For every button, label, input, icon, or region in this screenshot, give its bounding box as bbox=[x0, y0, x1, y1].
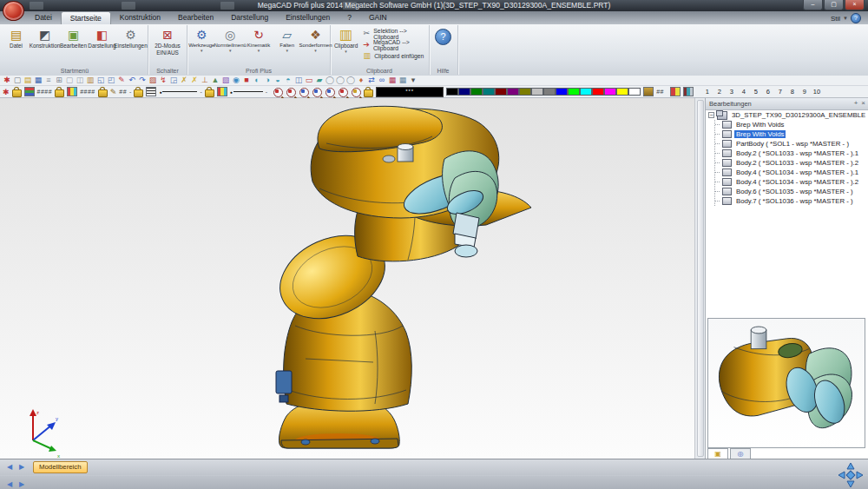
swatch-green[interactable] bbox=[470, 88, 483, 96]
fire-icon[interactable]: ♦ bbox=[356, 76, 366, 85]
linewidth-selector[interactable]: ● bbox=[230, 89, 263, 95]
layer-button[interactable]: 6 bbox=[762, 88, 774, 96]
tree-item[interactable]: PartBody ( *SOL1 - wsp *MASTER - ) bbox=[715, 139, 868, 149]
help-icon[interactable]: ? bbox=[851, 13, 861, 23]
tree-item[interactable]: Body.4 ( *SOL1034 - wsp *MASTER - ).1 bbox=[715, 168, 868, 177]
next-arrow-icon[interactable]: ▶ bbox=[19, 480, 24, 488]
minimize-button[interactable]: – bbox=[803, 0, 823, 10]
shade-mode-icon[interactable]: ◐ bbox=[252, 76, 262, 85]
eraser-icon[interactable]: ▭ bbox=[304, 76, 314, 85]
ball-view3-icon[interactable]: ◯ bbox=[345, 76, 356, 85]
close-button[interactable]: × bbox=[845, 0, 865, 10]
pin-icon[interactable]: + bbox=[854, 98, 858, 109]
library-icon[interactable]: ▥ bbox=[85, 76, 95, 85]
tree-item[interactable]: Brep With Voids bbox=[715, 129, 868, 139]
figure-icon[interactable]: ▲ bbox=[210, 76, 220, 85]
group-attr-icon[interactable]: ✱ bbox=[3, 88, 10, 96]
normteilmenu-button[interactable]: ◎ Normteilmenü ▾ bbox=[216, 28, 245, 52]
lock-icon[interactable] bbox=[205, 89, 214, 97]
save-icon[interactable]: ▦ bbox=[33, 76, 43, 85]
zoom-dynamic-icon[interactable] bbox=[286, 88, 296, 97]
linetype-icon[interactable] bbox=[146, 87, 156, 96]
shade-mode4-icon[interactable]: ◓ bbox=[283, 76, 293, 85]
tab-darstellung[interactable]: Darstellung bbox=[222, 11, 277, 24]
prev-arrow-icon[interactable]: ◀ bbox=[7, 480, 12, 488]
tree-item[interactable]: Brep With Voids bbox=[715, 120, 868, 129]
selektion-clipboard-button[interactable]: ✂ Selektion --> Clipboard bbox=[362, 29, 429, 38]
ball-view2-icon[interactable]: ◯ bbox=[335, 76, 345, 85]
page-icon[interactable]: ▢ bbox=[64, 76, 75, 85]
lock-icon[interactable] bbox=[364, 89, 373, 97]
zoom-out-icon[interactable] bbox=[299, 88, 309, 97]
open-file-icon[interactable]: ▤ bbox=[23, 76, 33, 85]
collapse-icon[interactable]: − bbox=[708, 112, 714, 118]
color-pen-icon[interactable] bbox=[643, 87, 654, 96]
screens-icon[interactable]: ◰ bbox=[106, 76, 116, 85]
modellbereich-tab[interactable]: Modellbereich bbox=[33, 461, 88, 473]
clipboard-button[interactable]: ▥ Clipboard ▾ bbox=[330, 25, 362, 61]
globe-icon[interactable]: ◉ bbox=[231, 76, 241, 85]
swatch-black[interactable] bbox=[446, 88, 458, 96]
shade-mode3-icon[interactable]: ◒ bbox=[273, 76, 283, 85]
tree-item[interactable]: Body.4 ( *SOL1034 - wsp *MASTER - ).2 bbox=[715, 177, 868, 187]
zoom-window-icon[interactable] bbox=[273, 88, 283, 97]
layer-button[interactable]: 2 bbox=[713, 88, 726, 96]
megacad-clipboard-button[interactable]: ➔ MegaCAD --> Clipboard bbox=[362, 40, 429, 50]
swatch-gray[interactable] bbox=[543, 88, 556, 96]
flash-select-icon[interactable]: ↯ bbox=[158, 76, 168, 85]
falten-button[interactable]: ▱ Falten ▾ bbox=[273, 28, 301, 52]
save-view-icon[interactable]: ▦ bbox=[387, 76, 398, 85]
copy-page-icon[interactable]: ◫ bbox=[75, 76, 85, 85]
swatch-purple[interactable] bbox=[507, 88, 519, 96]
lock-icon[interactable] bbox=[134, 89, 143, 97]
megacad-logo-icon[interactable] bbox=[3, 1, 24, 21]
lock-icon[interactable] bbox=[55, 89, 64, 97]
konstruktion-button[interactable]: ◩ Konstruktion bbox=[30, 28, 59, 49]
tree-item[interactable]: Body.6 ( *SOL1035 - wsp *MASTER - ) bbox=[715, 187, 868, 196]
pen-style-icon[interactable]: ✎ bbox=[110, 88, 117, 96]
tree-item[interactable]: Body.2 ( *SOL1033 - wsp *MASTER - ).1 bbox=[715, 149, 868, 158]
style-selector[interactable]: Stil ▼ ? bbox=[831, 13, 861, 23]
tab-einstellungen[interactable]: Einstellungen bbox=[277, 11, 339, 24]
layer-button[interactable]: 4 bbox=[738, 88, 750, 96]
tree-root[interactable]: − 3D_STEP_TX90_D30129300A_ENSEMBLE bbox=[706, 110, 868, 120]
zoom-previous-icon[interactable] bbox=[339, 88, 348, 97]
tab-bearbeiten[interactable]: Bearbeiten bbox=[169, 11, 222, 24]
swatch-navy[interactable] bbox=[458, 88, 470, 96]
lock-icon[interactable] bbox=[12, 89, 22, 97]
tab-datei[interactable]: Datei bbox=[26, 11, 61, 24]
tree-item[interactable]: Body.7 ( *SOL1036 - wsp *MASTER - ) bbox=[715, 196, 868, 206]
model-viewport[interactable]: z y x bbox=[0, 98, 695, 459]
prev-arrow-icon[interactable]: ◀ bbox=[7, 463, 12, 471]
zoom-in-icon[interactable] bbox=[312, 88, 322, 97]
binocular-icon[interactable]: ∞ bbox=[377, 76, 387, 85]
shade-mode2-icon[interactable]: ◑ bbox=[262, 76, 273, 85]
axis-icon[interactable]: ⊥ bbox=[200, 76, 210, 85]
datei-button[interactable]: ▤ Datei bbox=[2, 28, 30, 49]
zoom-page-icon[interactable] bbox=[326, 88, 335, 97]
layer-select-icon[interactable] bbox=[24, 87, 35, 96]
tree-item[interactable]: Body.2 ( *SOL1033 - wsp *MASTER - ).2 bbox=[715, 158, 868, 168]
pan-compass-icon[interactable] bbox=[838, 462, 864, 489]
walk-mode-icon[interactable]: ⇄ bbox=[366, 76, 377, 85]
swatch-lime[interactable] bbox=[568, 88, 580, 96]
swatch-olive[interactable] bbox=[519, 88, 531, 96]
red-pen-icon[interactable]: ✎ bbox=[116, 76, 127, 85]
palette-grid-icon[interactable] bbox=[670, 87, 681, 96]
layer-button[interactable]: 3 bbox=[726, 88, 738, 96]
swatch-maroon[interactable] bbox=[495, 88, 507, 96]
tab-startseite[interactable]: Startseite bbox=[61, 11, 111, 24]
layer-button[interactable]: 5 bbox=[750, 88, 762, 96]
print-preview-icon[interactable]: ≡ bbox=[43, 76, 54, 85]
dropdown-dash[interactable]: - bbox=[266, 89, 267, 95]
panel-close-icon[interactable]: × bbox=[861, 98, 865, 109]
next-arrow-icon[interactable]: ▶ bbox=[19, 463, 24, 471]
grid-view-icon[interactable]: ▦ bbox=[398, 76, 408, 85]
swatch-teal[interactable] bbox=[483, 88, 495, 96]
layer-button[interactable]: 7 bbox=[774, 88, 786, 96]
palette-icon[interactable]: ▧ bbox=[220, 76, 231, 85]
group-select-icon[interactable] bbox=[67, 87, 77, 96]
sonderformen-button[interactable]: ❖ Sonderformen ▾ bbox=[301, 28, 330, 52]
2d-modus-button[interactable]: ⊠ 2D-Modus EIN/AUS bbox=[149, 28, 186, 56]
swatch-blue[interactable] bbox=[556, 88, 568, 96]
